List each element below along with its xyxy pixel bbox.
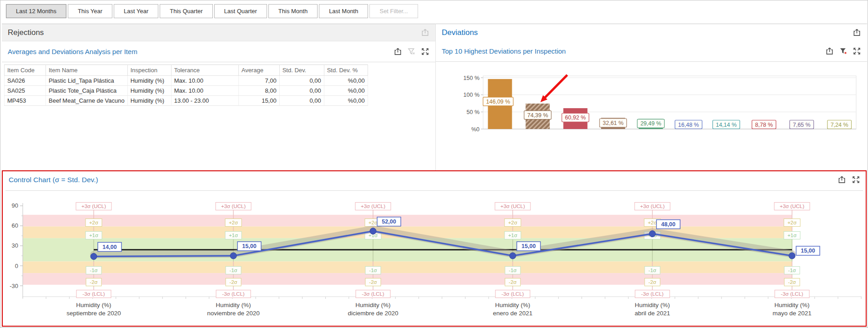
category-label-line2: noviembre de 2020 (207, 310, 260, 317)
top10-deviations-bar-chart[interactable]: 150 %100 %50 %%0146,09 %74,39 %60,92 %32… (461, 70, 862, 139)
column-header-item-code[interactable]: Item Code (5, 65, 46, 76)
y-tick-label: 100 % (464, 92, 479, 98)
sigma-label: -3σ (LCL) (222, 291, 244, 297)
table-cell: 7,00 (238, 76, 279, 86)
sigma-label: -1σ (509, 268, 516, 273)
category-label-line1: Humidity (%) (495, 302, 530, 308)
bar-value-label: 60,92 % (565, 114, 586, 121)
data-point[interactable] (510, 253, 516, 259)
table-cell: Beef Meat_Carne de Vacuno (46, 96, 128, 106)
data-point[interactable] (230, 253, 237, 259)
table-cell: %0,00 (324, 76, 368, 86)
control-chart-plot[interactable]: 9060300-30+3σ (UCL)+2σ+1σ-1σ-2σ-3σ (LCL)… (4, 192, 864, 326)
table-row[interactable]: SA026Plastic Lid_Tapa PlásticaHumidity (… (5, 76, 368, 86)
column-header-average[interactable]: Average (238, 65, 279, 76)
filter-button-set-filter[interactable]: Set Filter... (369, 4, 418, 18)
category-label-line2: diciembre de 2020 (348, 310, 398, 317)
category-label-line2: septiembre de 2020 (66, 310, 121, 317)
y-tick-label: 90 (12, 202, 18, 209)
table-cell: Humidity (%) (127, 96, 171, 106)
data-point[interactable] (370, 228, 376, 234)
sigma-label: +1σ (229, 233, 238, 238)
bar-value-label: 74,39 % (527, 112, 548, 119)
y-tick-label: 30 (12, 242, 18, 249)
filter-button-this-quarter[interactable]: This Quarter (160, 4, 212, 18)
averages-deviations-table: Item CodeItem NameInspectionToleranceAve… (4, 65, 368, 106)
bar-value-label: 8,78 % (755, 122, 773, 128)
sigma-label: +2σ (89, 220, 98, 225)
column-header-tolerance[interactable]: Tolerance (171, 65, 238, 76)
filter-button-last-quarter[interactable]: Last Quarter (214, 4, 267, 18)
y-tick-label: -30 (10, 283, 18, 289)
sigma-label: +2σ (648, 220, 657, 225)
data-point[interactable] (649, 231, 656, 237)
table-cell: 0,00 (279, 96, 324, 106)
point-label: 48,00 (661, 221, 675, 228)
rejections-widget-header: Averages and Deviations Analysis per Ite… (2, 41, 435, 62)
category-label-line1: Humidity (%) (216, 302, 251, 308)
table-cell: %0,00 (324, 86, 368, 96)
category-label-line2: mayo de 2021 (772, 310, 812, 317)
y-tick-label: 150 % (464, 75, 479, 81)
clear-filter-icon[interactable] (839, 47, 848, 55)
sigma-label: +3σ (UCL) (500, 204, 525, 209)
sigma-label: +1σ (89, 233, 98, 238)
sigma-label: -3σ (LCL) (501, 291, 524, 297)
maximize-icon[interactable] (852, 175, 860, 184)
sigma-band (23, 273, 792, 285)
sigma-label: -3σ (LCL) (641, 291, 663, 297)
export-icon[interactable] (421, 28, 429, 37)
column-header-item-name[interactable]: Item Name (46, 65, 128, 76)
deviations-panel-header: Deviations (436, 24, 867, 41)
point-label: 15,00 (801, 248, 815, 254)
bar-value-label: 16,48 % (678, 122, 699, 128)
clear-filter-icon[interactable] (407, 47, 416, 56)
filter-button-this-year[interactable]: This Year (68, 4, 112, 18)
point-label: 15,00 (242, 243, 256, 249)
maximize-icon[interactable] (421, 47, 429, 56)
table-row[interactable]: SA025Plastic Tote_Caja PlásticaHumidity … (5, 86, 368, 96)
sigma-label: -1σ (648, 268, 656, 273)
column-header-std-dev[interactable]: Std. Dev. % (324, 65, 368, 76)
table-cell: 0,00 (279, 76, 324, 86)
filter-button-this-month[interactable]: This Month (268, 4, 318, 18)
maximize-icon[interactable] (853, 47, 861, 55)
sigma-label: +2σ (229, 220, 238, 225)
category-label-line2: enero de 2021 (493, 310, 532, 317)
table-cell: Max. 10.00 (171, 86, 238, 96)
control-chart-panel: Control Chart (σ = Std. Dev.) 9060300-30… (2, 170, 867, 327)
data-point[interactable] (91, 253, 97, 259)
export-icon[interactable] (838, 175, 846, 184)
dashboard: Last 12 MonthsThis YearLast YearThis Qua… (0, 0, 868, 328)
table-row[interactable]: MP453Beef Meat_Carne de VacunoHumidity (… (5, 96, 368, 106)
export-icon[interactable] (394, 47, 402, 56)
sigma-label: -3σ (LCL) (362, 291, 384, 297)
filter-button-last-month[interactable]: Last Month (319, 4, 368, 18)
rejections-panel-header: Rejections (2, 24, 435, 41)
table-cell: %0,00 (324, 96, 368, 106)
table-cell: 0,00 (279, 86, 324, 96)
table-cell: 15,00 (238, 96, 279, 106)
export-icon[interactable] (853, 28, 861, 37)
data-point[interactable] (789, 253, 795, 259)
column-header-inspection[interactable]: Inspection (127, 65, 171, 76)
sigma-label: -2σ (509, 279, 516, 285)
sigma-label: +2σ (368, 220, 378, 225)
deviations-widget-header: Top 10 Highest Deviations per Inspection (436, 41, 867, 62)
rejections-title: Rejections (8, 28, 44, 37)
sigma-label: -2σ (648, 279, 656, 285)
time-filter-toolbar: Last 12 MonthsThis YearLast YearThis Qua… (6, 4, 418, 18)
filter-button-last-12-months[interactable]: Last 12 Months (6, 4, 66, 18)
sigma-label: -2σ (90, 279, 97, 285)
point-label: 52,00 (382, 219, 396, 225)
rejections-panel: Rejections Averages and Deviations Analy… (2, 24, 435, 170)
filter-button-last-year[interactable]: Last Year (114, 4, 158, 18)
table-header-row: Item CodeItem NameInspectionToleranceAve… (5, 65, 368, 76)
table-cell: Max. 10.00 (171, 76, 238, 86)
y-tick-label: 60 (12, 222, 18, 229)
export-icon[interactable] (825, 47, 834, 55)
y-tick-label: %0 (471, 126, 479, 133)
sigma-label: -3σ (LCL) (781, 291, 803, 297)
column-header-std-dev[interactable]: Std. Dev. (279, 65, 324, 76)
category-label-line1: Humidity (%) (355, 302, 390, 308)
